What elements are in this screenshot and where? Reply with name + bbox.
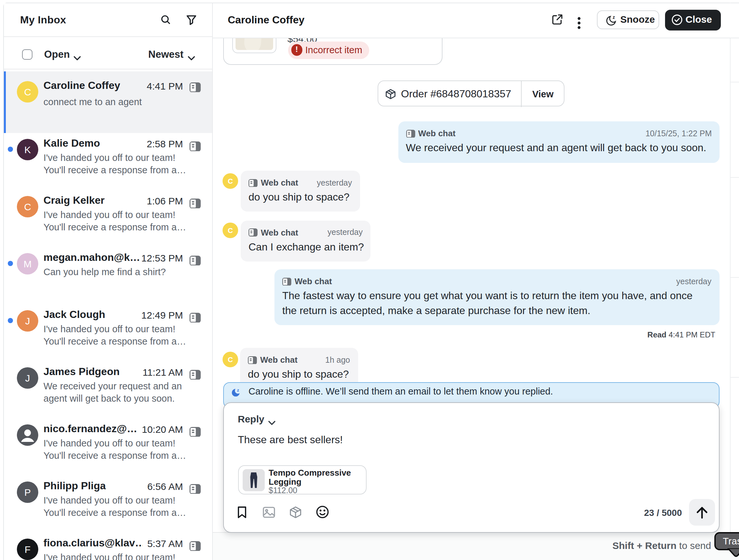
svg-text:z: z (237, 388, 240, 392)
svg-text:z: z (613, 15, 615, 19)
